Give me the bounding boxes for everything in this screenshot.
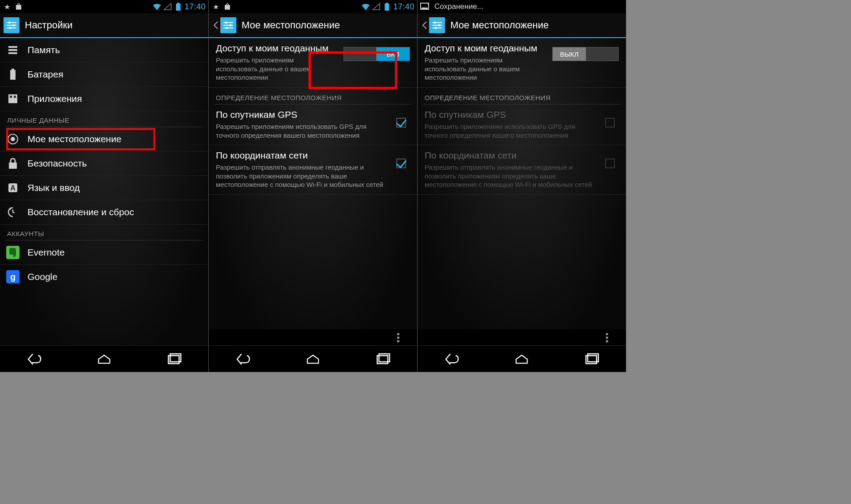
svg-point-7 xyxy=(9,27,12,29)
item-security[interactable]: Безопасность xyxy=(0,151,208,176)
pref-subtitle: Разрешить отправлять анонимные геоданные… xyxy=(425,163,597,189)
backup-icon xyxy=(6,205,20,219)
svg-rect-10 xyxy=(8,52,17,54)
home-button[interactable] xyxy=(86,350,122,368)
item-apps[interactable]: Приложения xyxy=(0,87,208,111)
pref-network[interactable]: По координатам сети Разрешить отправлять… xyxy=(209,145,417,195)
item-label: Google xyxy=(27,271,58,282)
action-bar[interactable]: Мое местоположение xyxy=(209,13,417,38)
pref-access[interactable]: Доступ к моим геоданным Разрешить прилож… xyxy=(418,38,626,88)
settings-list[interactable]: Память Батарея Приложения ЛИЧНЫЕ ДАННЫЕ … xyxy=(0,38,208,345)
location-prefs: Доступ к моим геоданным Разрешить прилож… xyxy=(209,38,417,330)
battery-icon xyxy=(174,3,183,11)
recent-button[interactable] xyxy=(365,350,400,368)
svg-point-41 xyxy=(438,24,441,27)
item-label: Evernote xyxy=(27,247,65,258)
action-bar: Настройки xyxy=(0,13,208,38)
save-notif-icon xyxy=(420,3,429,11)
location-icon xyxy=(6,132,20,146)
pref-subtitle: Разрешить приложениям использовать GPS д… xyxy=(216,122,389,140)
star-icon: ★ xyxy=(211,3,220,11)
svg-rect-15 xyxy=(14,96,16,98)
pref-gps-disabled: По спутникам GPS Разрешить приложениям и… xyxy=(418,105,626,145)
up-icon xyxy=(212,16,219,34)
back-button[interactable] xyxy=(434,350,470,368)
pref-title: Доступ к моим геоданным xyxy=(216,43,331,54)
svg-rect-24 xyxy=(386,3,388,4)
network-checkbox[interactable] xyxy=(396,159,406,168)
star-icon: ★ xyxy=(3,3,12,11)
wifi-icon xyxy=(152,3,161,11)
svg-rect-14 xyxy=(10,96,12,98)
back-button[interactable] xyxy=(17,350,52,368)
home-button[interactable] xyxy=(504,350,539,368)
item-location[interactable]: Мое местоположение xyxy=(0,127,208,151)
section-loc-sources: ОПРЕДЕЛЕНИЕ МЕСТОПОЛОЖЕНИЯ xyxy=(209,88,417,104)
status-bar: ★ 17:40 xyxy=(209,0,417,13)
google-icon: g xyxy=(6,270,20,283)
item-label: Батарея xyxy=(27,69,63,80)
svg-rect-25 xyxy=(385,4,389,11)
location-switch[interactable]: ВКЛ xyxy=(344,47,410,61)
switch-label: ВЫКЛ xyxy=(553,47,586,61)
screen-location-on: ★ 17:40 Мое местоположение Доступ к моим… xyxy=(209,0,418,372)
svg-rect-8 xyxy=(8,46,17,48)
language-icon: A xyxy=(6,181,20,194)
section-accounts: АККАУНТЫ xyxy=(0,225,208,240)
status-bar: ★ 17:40 xyxy=(0,0,208,13)
section-loc-sources: ОПРЕДЕЛЕНИЕ МЕСТОПОЛОЖЕНИЯ xyxy=(418,88,626,104)
gps-checkbox xyxy=(605,118,615,128)
pref-subtitle: Разрешить отправлять анонимные геоданные… xyxy=(216,163,389,189)
overflow-icon[interactable] xyxy=(606,333,608,342)
item-google[interactable]: g Google xyxy=(0,265,208,289)
action-bar[interactable]: Мое местоположение xyxy=(418,13,626,38)
svg-point-42 xyxy=(435,27,437,29)
item-label: Приложения xyxy=(27,93,82,104)
pref-subtitle: Разрешить приложениям использовать GPS д… xyxy=(425,122,597,140)
pref-title: По координатам сети xyxy=(216,150,389,161)
pref-title: По спутникам GPS xyxy=(216,109,389,120)
battery-icon xyxy=(383,3,391,11)
svg-rect-0 xyxy=(177,3,179,4)
item-language[interactable]: A Язык и ввод xyxy=(0,176,208,200)
overflow-icon[interactable] xyxy=(397,333,399,342)
menu-row xyxy=(209,330,417,345)
bag-icon xyxy=(14,3,23,11)
pref-access[interactable]: Доступ к моим геоданным Разрешить прилож… xyxy=(209,38,417,88)
svg-point-29 xyxy=(225,22,227,24)
pref-gps[interactable]: По спутникам GPS Разрешить приложениям и… xyxy=(209,105,417,145)
clock: 17:40 xyxy=(184,2,206,12)
item-evernote[interactable]: Evernote xyxy=(0,240,208,265)
recent-button[interactable] xyxy=(156,350,191,368)
pref-title: По координатам сети xyxy=(425,150,597,161)
settings-icon xyxy=(220,17,236,33)
svg-rect-12 xyxy=(10,70,16,80)
svg-rect-35 xyxy=(422,8,428,9)
screen-location-off: Сохранение... Мое местоположение Доступ … xyxy=(418,0,626,372)
item-label: Безопасность xyxy=(27,158,87,169)
item-storage[interactable]: Память xyxy=(0,38,208,62)
screen-settings: ★ 17:40 Настройки Память Батарея Приложе… xyxy=(0,0,209,372)
location-switch[interactable]: ВЫКЛ xyxy=(552,47,619,61)
page-title: Настройки xyxy=(25,19,73,31)
back-button[interactable] xyxy=(226,350,261,368)
gps-checkbox[interactable] xyxy=(396,118,406,128)
section-personal: ЛИЧНЫЕ ДАННЫЕ xyxy=(0,111,208,127)
nav-bar xyxy=(418,345,626,372)
up-icon xyxy=(421,16,428,34)
status-bar: Сохранение... xyxy=(418,0,626,13)
recent-button[interactable] xyxy=(574,350,609,368)
svg-point-31 xyxy=(226,27,228,29)
settings-icon xyxy=(429,17,445,33)
svg-point-40 xyxy=(434,22,436,24)
bag-icon xyxy=(223,3,232,11)
item-battery[interactable]: Батарея xyxy=(0,62,208,87)
item-backup[interactable]: Восстановление и сброс xyxy=(0,200,208,225)
network-checkbox xyxy=(605,159,615,168)
item-label: Язык и ввод xyxy=(27,182,80,193)
pref-subtitle: Разрешить приложениям использовать данны… xyxy=(216,56,331,82)
item-label: Восстановление и сброс xyxy=(27,207,134,217)
battery-icon xyxy=(6,68,20,81)
home-button[interactable] xyxy=(295,350,331,368)
saving-text: Сохранение... xyxy=(434,2,483,11)
